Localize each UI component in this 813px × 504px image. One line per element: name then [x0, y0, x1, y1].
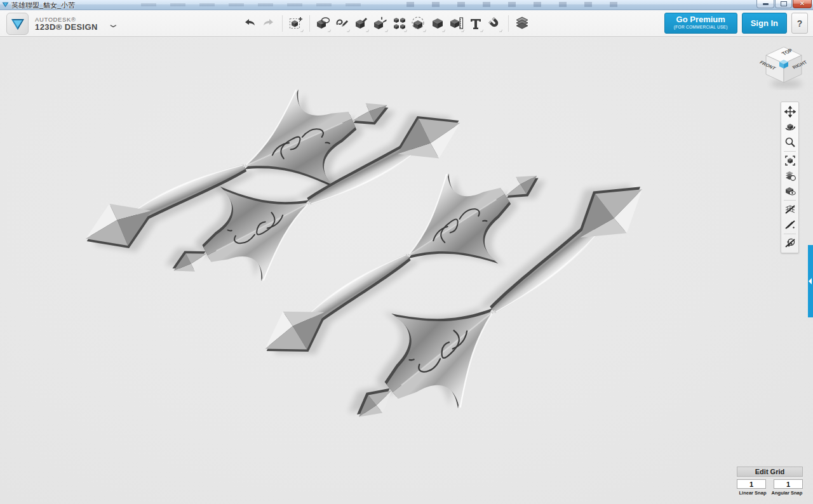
main-toolbar: AUTODESK® 123D® DESIGN ⌄ — [0, 10, 813, 37]
help-button[interactable]: ? — [791, 13, 808, 34]
undo-button[interactable] — [240, 13, 259, 34]
collapse-panel-tab[interactable] — [808, 245, 813, 317]
chevron-left-icon — [809, 278, 812, 284]
title-bar[interactable]: 英雄聯盟_貓女_小苦 ✕ — [0, 0, 813, 10]
model-spear-4[interactable] — [312, 137, 679, 466]
app-menu-chevron-icon[interactable]: ⌄ — [107, 18, 119, 30]
zoom-button[interactable] — [783, 135, 797, 150]
minimize-icon — [763, 3, 769, 5]
close-icon: ✕ — [800, 1, 805, 7]
sign-in-label: Sign In — [751, 18, 778, 28]
tool-icons-row — [240, 12, 532, 34]
toolbar-separator — [282, 15, 283, 32]
snap-button[interactable] — [485, 13, 504, 34]
window-title: 英雄聯盟_貓女_小苦 — [11, 1, 75, 10]
nav-divider — [784, 151, 796, 152]
autodesk-123d-logo-icon — [6, 13, 29, 35]
viewport-canvas[interactable]: TOP FRONT RIGHT — [0, 37, 813, 504]
brand-words: AUTODESK® 123D® DESIGN — [35, 17, 98, 32]
primitives-button[interactable] — [286, 13, 306, 34]
construct-button[interactable] — [352, 13, 371, 34]
spline-button[interactable] — [333, 13, 352, 34]
minimize-button[interactable] — [756, 0, 774, 8]
view-cube[interactable]: TOP FRONT RIGHT — [760, 42, 808, 91]
hide-show-button[interactable] — [783, 183, 797, 199]
ghost-toolbar-remnants — [406, 2, 622, 7]
pan-button[interactable] — [783, 104, 797, 119]
angular-snap-input[interactable] — [774, 479, 803, 489]
grid-settings-panel: Edit Grid Linear Snap Angular Snap — [737, 467, 803, 496]
points-off-button[interactable] — [783, 235, 797, 251]
text-button[interactable] — [466, 13, 485, 34]
sign-in-button[interactable]: Sign In — [742, 13, 787, 34]
scene-3d — [0, 37, 813, 504]
restore-icon — [781, 1, 787, 6]
view-navigation-toolbar — [781, 102, 799, 253]
ghost-menu-text — [141, 3, 370, 6]
nav-divider — [784, 234, 796, 234]
orbit-button[interactable] — [783, 119, 797, 135]
go-premium-button[interactable]: Go Premium (FOR COMMERCIAL USE) — [664, 13, 737, 34]
account-area: Go Premium (FOR COMMERCIAL USE) Sign In … — [664, 13, 808, 34]
toolbar-separator — [309, 15, 310, 32]
linear-snap-label: Linear Snap — [737, 490, 769, 496]
grouping-button[interactable] — [409, 13, 428, 34]
materials-button[interactable] — [783, 168, 797, 183]
go-premium-label: Go Premium — [674, 15, 728, 25]
app-window: 英雄聯盟_貓女_小苦 ✕ AUTODESK® 123D® DESIGN ⌄ — [0, 0, 813, 504]
brand-123d-design: 123D® DESIGN — [35, 23, 98, 32]
restore-button[interactable] — [775, 0, 792, 8]
pattern-button[interactable] — [390, 13, 409, 34]
help-icon: ? — [797, 18, 803, 29]
redo-button[interactable] — [259, 13, 278, 34]
go-premium-sublabel: (FOR COMMERCIAL USE) — [674, 25, 728, 30]
angular-snap-label: Angular Snap — [771, 490, 803, 496]
measure-button[interactable] — [447, 13, 466, 34]
close-button[interactable]: ✕ — [793, 0, 812, 8]
nav-divider — [784, 200, 796, 201]
toolbar-separator — [508, 15, 509, 32]
modify-button[interactable] — [371, 13, 390, 34]
sketch-button[interactable] — [314, 13, 333, 34]
grid-off-button[interactable] — [783, 202, 797, 217]
fit-button[interactable] — [783, 153, 797, 168]
app-menu[interactable]: AUTODESK® 123D® DESIGN ⌄ — [6, 13, 118, 35]
edit-grid-button[interactable]: Edit Grid — [737, 467, 803, 477]
linear-snap-input[interactable] — [737, 479, 766, 489]
app-icon — [2, 1, 9, 8]
combine-button[interactable] — [428, 13, 447, 34]
3d-print-button[interactable] — [513, 13, 532, 34]
sketch-visibility-off-button[interactable] — [783, 217, 797, 232]
